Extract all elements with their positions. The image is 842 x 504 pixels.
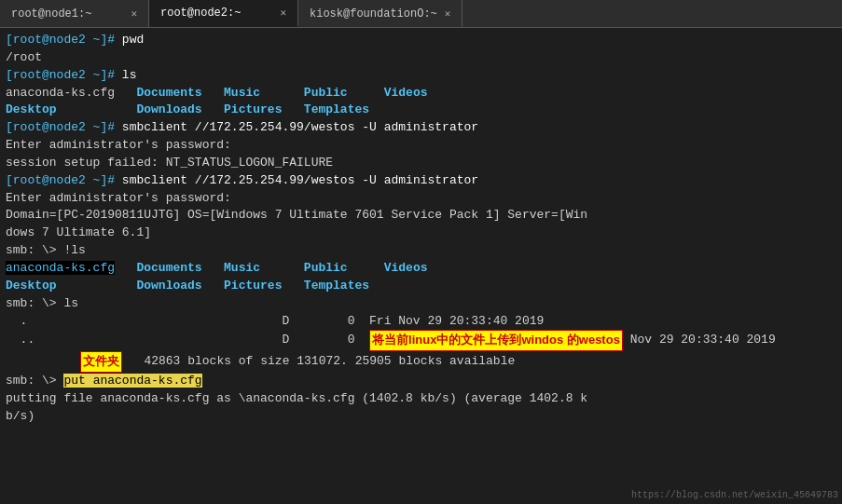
tab-node1[interactable]: root@node1:~ ✕ — [0, 0, 149, 27]
tab-node2-label: root@node2:~ — [160, 7, 241, 20]
line-putting1: putting file anaconda-ks.cfg as \anacond… — [6, 390, 836, 408]
tab-bar: root@node1:~ ✕ root@node2:~ ✕ kiosk@foun… — [0, 0, 842, 28]
line-6: [root@node2 ~]# smbclient //172.25.254.9… — [6, 119, 836, 137]
annotation-folder: 文件夹 — [80, 351, 122, 373]
line-putting2: b/s) — [6, 408, 836, 426]
tab-foundation-label: kiosk@foundationO:~ — [310, 7, 437, 20]
tab-foundation[interactable]: kiosk@foundationO:~ ✕ — [298, 0, 462, 27]
tab-node2-close[interactable]: ✕ — [280, 7, 286, 19]
line-3: [root@node2 ~]# ls — [6, 67, 836, 85]
line-put: smb: \> put anaconda-ks.cfg — [6, 373, 836, 390]
terminal[interactable]: [root@node2 ~]# pwd /root [root@node2 ~]… — [0, 28, 842, 504]
line-7: Enter administrator's password: — [6, 137, 836, 155]
tab-node1-close[interactable]: ✕ — [131, 7, 137, 20]
tab-node2[interactable]: root@node2:~ ✕ — [149, 0, 298, 27]
annotation-upload: 将当前linux中的文件上传到windos 的westos — [369, 330, 623, 351]
line-4: anaconda-ks.cfg Documents Music Public V… — [6, 85, 836, 102]
line-15: Desktop Downloads Pictures Templates — [6, 278, 836, 295]
watermark: https://blog.csdn.net/weixin_45649783 — [631, 490, 838, 500]
line-13: smb: \> !ls — [6, 242, 836, 260]
line-1: [root@node2 ~]# pwd — [6, 32, 836, 49]
line-10: Enter administrator's password: — [6, 190, 836, 208]
line-11: Domain=[PC-20190811UJTG] OS=[Windows 7 U… — [6, 207, 836, 225]
line-9: [root@node2 ~]# smbclient //172.25.254.9… — [6, 172, 836, 190]
line-14: anaconda-ks.cfg Documents Music Public V… — [6, 260, 836, 278]
line-18: .. D 0 将当前linux中的文件上传到windos 的westos Nov… — [6, 330, 836, 351]
tab-node1-label: root@node1:~ — [11, 7, 91, 20]
line-5: Desktop Downloads Pictures Templates — [6, 102, 836, 119]
line-2: /root — [6, 49, 836, 67]
line-12: dows 7 Ultimate 6.1] — [6, 225, 836, 242]
line-17: . D 0 Fri Nov 29 20:33:40 2019 — [6, 313, 836, 331]
line-19: 文件夹 42863 blocks of size 131072. 25905 b… — [6, 351, 836, 373]
tab-foundation-close[interactable]: ✕ — [445, 7, 451, 20]
line-16: smb: \> ls — [6, 295, 836, 313]
line-8: session setup failed: NT_STATUS_LOGON_FA… — [6, 155, 836, 172]
